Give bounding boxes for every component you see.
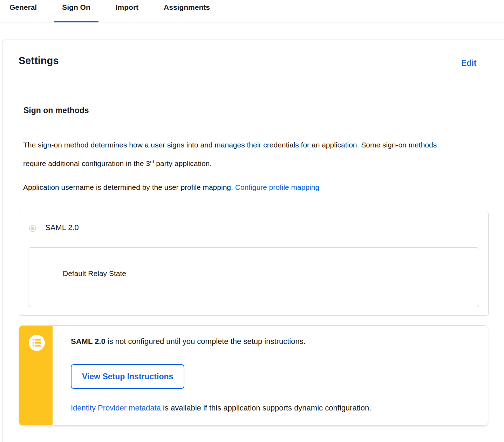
tab-general[interactable]: General	[9, 0, 37, 22]
saml-option-box: SAML 2.0 Default Relay State	[19, 212, 489, 316]
callout-method-name: SAML 2.0	[71, 337, 105, 346]
tab-sign-on[interactable]: Sign On	[62, 0, 90, 22]
configure-profile-mapping-link[interactable]: Configure profile mapping	[235, 183, 319, 191]
settings-card: Settings Edit Sign on methods The sign-o…	[2, 40, 504, 442]
bulleted-list-icon	[29, 335, 45, 351]
username-mapping-line: Application username is determined by th…	[23, 179, 479, 196]
app-tabbar: General Sign On Import Assignments	[0, 0, 504, 22]
description-superscript: rd	[150, 159, 154, 164]
tab-import[interactable]: Import	[116, 0, 138, 22]
sign-on-description: The sign-on method determines how a user…	[23, 137, 456, 172]
saml-radio-button[interactable]	[29, 225, 36, 232]
identity-provider-metadata-link[interactable]: Identity Provider metadata	[71, 403, 161, 412]
callout-message-text: is not configured until you complete the…	[105, 337, 306, 346]
settings-title: Settings	[19, 55, 59, 67]
saml-setup-callout: SAML 2.0 is not configured until you com…	[19, 325, 488, 426]
sign-on-methods-heading: Sign on methods	[23, 106, 89, 115]
edit-link[interactable]: Edit	[461, 58, 476, 68]
description-text-2: party application.	[154, 159, 212, 167]
metadata-line: Identity Provider metadata is available …	[71, 403, 371, 413]
default-relay-state-label: Default Relay State	[63, 269, 126, 278]
saml-radio-label: SAML 2.0	[45, 223, 79, 232]
tab-assignments[interactable]: Assignments	[164, 0, 210, 22]
view-setup-instructions-button[interactable]: View Setup Instructions	[71, 364, 184, 389]
metadata-line-text: is available if this application support…	[161, 403, 371, 412]
callout-message: SAML 2.0 is not configured until you com…	[71, 337, 306, 346]
default-relay-state-box: Default Relay State	[28, 247, 479, 307]
username-mapping-text: Application username is determined by th…	[23, 183, 235, 191]
description-text-1: The sign-on method determines how a user…	[23, 141, 437, 167]
